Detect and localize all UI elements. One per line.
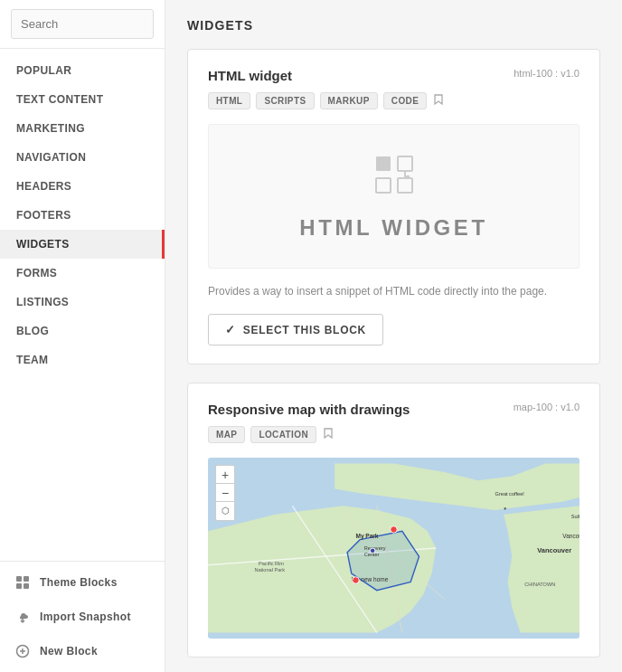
tag-html: HTML: [208, 92, 250, 109]
map-zoom-out-button[interactable]: −: [216, 484, 234, 502]
footer-item-label: Theme Blocks: [40, 576, 118, 589]
svg-rect-1: [24, 576, 29, 582]
cards-container: HTML widgethtml-100 : v1.0HTMLSCRIPTSMAR…: [187, 49, 600, 658]
sidebar-item-footers[interactable]: FOOTERS: [0, 201, 165, 230]
svg-rect-2: [16, 583, 22, 589]
plus-icon: [14, 643, 31, 659]
svg-text:Vancouver: Vancouver: [562, 533, 580, 539]
card-version: map-100 : v1.0: [514, 402, 580, 412]
tag-location: LOCATION: [250, 426, 316, 443]
sidebar-item-marketing[interactable]: MARKETING: [0, 114, 165, 143]
card-tags: MAPLOCATION: [208, 426, 580, 443]
sidebar: POPULARTEXT CONTENTMARKETINGNAVIGATIONHE…: [0, 0, 165, 672]
sidebar-item-team[interactable]: TEAM: [0, 345, 165, 374]
footer-item-label: New Block: [40, 645, 98, 658]
sidebar-item-widgets[interactable]: WIDGETS: [0, 230, 165, 259]
select-block-button[interactable]: ✓SELECT THIS BLOCK: [208, 314, 383, 345]
map-controls: + − ⬡: [215, 465, 235, 521]
card-title: HTML widget: [208, 68, 292, 83]
select-btn-label: SELECT THIS BLOCK: [243, 324, 366, 336]
search-box: [0, 0, 165, 49]
svg-text:National Park: National Park: [254, 567, 285, 573]
svg-text:My Park: My Park: [355, 533, 378, 540]
footer-item-label: Import Snapshot: [40, 610, 131, 623]
svg-rect-0: [16, 576, 22, 582]
footer-item-theme-blocks[interactable]: Theme Blocks: [0, 565, 165, 600]
svg-point-32: [370, 548, 375, 554]
tag-code: CODE: [383, 92, 428, 109]
card-html-widget: HTML widgethtml-100 : v1.0HTMLSCRIPTSMAR…: [187, 49, 600, 364]
search-input[interactable]: [11, 9, 154, 39]
widget-label: HTML WIDGET: [299, 215, 487, 241]
tag-markup: MARKUP: [320, 92, 378, 109]
card-header: Responsive map with drawingsmap-100 : v1…: [208, 402, 580, 417]
svg-text:●: ●: [504, 506, 506, 511]
tag-bookmark-icon: [322, 427, 335, 442]
tag-scripts: SCRIPTS: [256, 92, 314, 109]
svg-text:Great coffee!: Great coffee!: [495, 491, 525, 497]
sidebar-item-navigation[interactable]: NAVIGATION: [0, 143, 165, 172]
sidebar-item-forms[interactable]: FORMS: [0, 259, 165, 288]
card-title: Responsive map with drawings: [208, 402, 410, 417]
main-content: WIDGETS HTML widgethtml-100 : v1.0HTMLSC…: [165, 0, 622, 672]
svg-rect-3: [24, 583, 29, 589]
card-responsive-map: Responsive map with drawingsmap-100 : v1…: [187, 383, 600, 658]
sidebar-footer: Theme Blocks Import Snapshot New Block: [0, 561, 165, 672]
svg-point-30: [391, 526, 397, 533]
svg-text:Vancouver: Vancouver: [537, 546, 571, 554]
svg-rect-9: [398, 156, 412, 171]
footer-item-new-block[interactable]: New Block: [0, 634, 165, 668]
sidebar-item-listings[interactable]: LISTINGS: [0, 288, 165, 317]
widget-grid-icon: [372, 152, 417, 201]
svg-rect-11: [398, 178, 412, 193]
footer-item-import-snapshot[interactable]: Import Snapshot: [0, 600, 165, 634]
grid-icon: [14, 574, 31, 591]
card-header: HTML widgethtml-100 : v1.0: [208, 68, 580, 83]
card-description: Provides a way to insert a snippet of HT…: [208, 283, 580, 299]
tag-bookmark-icon: [432, 93, 445, 109]
nav-list: POPULARTEXT CONTENTMARKETINGNAVIGATIONHE…: [0, 49, 165, 561]
svg-text:Sullivan: Sullivan: [571, 514, 580, 519]
sidebar-item-text-content[interactable]: TEXT CONTENT: [0, 85, 165, 114]
check-icon: ✓: [225, 323, 236, 336]
svg-text:CHINATOWN: CHINATOWN: [524, 582, 555, 587]
sidebar-item-popular[interactable]: POPULAR: [0, 56, 165, 85]
svg-rect-8: [376, 156, 391, 171]
map-preview: + − ⬡ My Park Vancouver Sullivan Great c…: [208, 458, 580, 639]
map-svg: My Park Vancouver Sullivan Great coffee!…: [208, 458, 580, 639]
page-title: WIDGETS: [187, 18, 600, 33]
widget-preview: HTML WIDGET: [208, 124, 580, 269]
map-zoom-in-button[interactable]: +: [216, 466, 234, 484]
svg-rect-10: [376, 178, 391, 193]
map-reset-button[interactable]: ⬡: [216, 502, 234, 520]
sidebar-item-blog[interactable]: BLOG: [0, 317, 165, 345]
card-version: html-100 : v1.0: [514, 68, 580, 79]
sidebar-item-headers[interactable]: HEADERS: [0, 172, 165, 201]
cloud-icon: [14, 609, 31, 625]
svg-text:Pacific Rim: Pacific Rim: [259, 561, 284, 566]
card-tags: HTMLSCRIPTSMARKUPCODE: [208, 92, 580, 109]
svg-point-31: [353, 577, 359, 583]
tag-map: MAP: [208, 426, 245, 443]
